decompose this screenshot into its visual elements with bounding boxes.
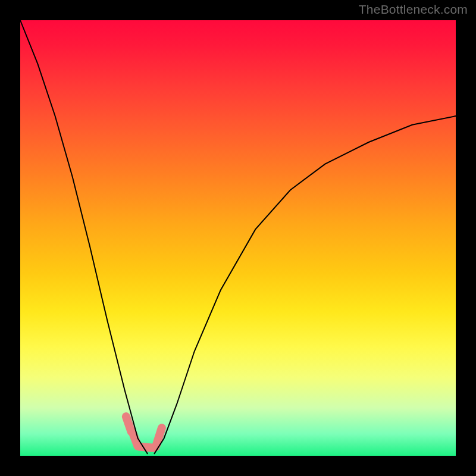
watermark-text: TheBottleneck.com	[359, 2, 468, 17]
marker-group	[126, 416, 162, 448]
chart-frame: TheBottleneck.com	[0, 0, 476, 476]
marker-tick-c	[139, 447, 154, 448]
series-right-curve	[155, 116, 456, 453]
chart-svg	[0, 0, 476, 476]
curve-group	[20, 20, 456, 453]
series-left-curve	[20, 20, 148, 453]
